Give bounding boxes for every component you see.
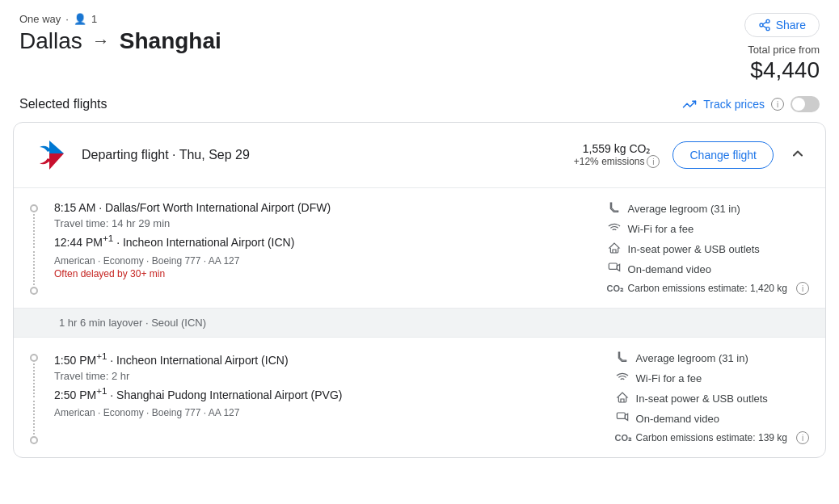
timeline-dot-top xyxy=(30,204,38,212)
travel-time-1: Travel time: 14 hr 29 min xyxy=(54,217,591,229)
depart-time-1: 8:15 AM · Dallas/Fort Worth Internationa… xyxy=(54,201,591,214)
timeline-line-2 xyxy=(33,251,35,285)
amenity-legroom-text-1: Average legroom (31 in) xyxy=(628,203,740,215)
layover-text: 1 hr 6 min layover · Seoul (ICN) xyxy=(59,317,206,329)
segment-2-content: 1:50 PM+1 · Incheon International Airpor… xyxy=(30,351,809,444)
flight-segment-1: 8:15 AM · Dallas/Fort Worth Internationa… xyxy=(14,188,825,308)
carbon-item-1: CO₂ Carbon emissions estimate: 1,420 kg … xyxy=(607,282,809,295)
total-price-value: $4,440 xyxy=(744,57,820,83)
flight-card: Departing flight · Thu, Sep 29 1,559 kg … xyxy=(13,122,826,458)
segment-1-amenities: Average legroom (31 in) Wi-Fi for a fee … xyxy=(607,201,809,295)
amenity-video-text-2: On-demand video xyxy=(636,413,719,425)
route-title: Dallas → Shanghai xyxy=(19,28,221,54)
flight-segment-2: 1:50 PM+1 · Incheon International Airpor… xyxy=(14,338,825,457)
header-left: One way · 👤 1 Dallas → Shanghai xyxy=(19,13,221,54)
amenity-power-2: In-seat power & USB outlets xyxy=(615,391,809,406)
depart-time-2: 1:50 PM+1 · Incheon International Airpor… xyxy=(54,351,599,367)
carbon-info-icon-1[interactable]: i xyxy=(796,282,809,295)
segment-2-amenities: Average legroom (31 in) Wi-Fi for a fee … xyxy=(615,351,809,444)
total-price-label: Total price from xyxy=(744,44,820,56)
video-icon xyxy=(607,262,622,277)
wifi-icon-2 xyxy=(615,371,630,386)
carbon-icon-1: CO₂ xyxy=(607,284,622,294)
chevron-up-icon xyxy=(790,145,806,162)
timeline-dot-bottom xyxy=(30,287,38,295)
amenity-wifi-2: Wi-Fi for a fee xyxy=(615,371,809,386)
video-icon-2 xyxy=(615,411,630,426)
amenity-video-text-1: On-demand video xyxy=(628,263,711,275)
co2-value: 1,559 kg CO₂ xyxy=(574,142,660,155)
svg-line-4 xyxy=(762,22,766,24)
track-prices-icon xyxy=(682,97,697,111)
departing-label: Departing flight · Thu, Sep 29 xyxy=(82,148,561,162)
wifi-icon xyxy=(607,221,622,237)
amenity-video-2: On-demand video xyxy=(615,411,809,426)
header-right: Share Total price from $4,440 xyxy=(744,13,820,83)
timeline-line-4 xyxy=(33,401,35,435)
origin-city: Dallas xyxy=(19,28,82,54)
delay-warning-1: Often delayed by 30+ min xyxy=(54,268,591,279)
amenity-power-text-2: In-seat power & USB outlets xyxy=(636,393,768,405)
carbon-icon-2: CO₂ xyxy=(615,433,630,443)
share-icon xyxy=(758,19,771,32)
amenity-video-1: On-demand video xyxy=(607,262,809,277)
carbon-text-1: Carbon emissions estimate: 1,420 kg xyxy=(628,283,787,294)
airline-info-1: American · Economy · Boeing 777 · AA 127 xyxy=(54,255,591,267)
amenity-power-text-1: In-seat power & USB outlets xyxy=(628,243,760,255)
track-prices-toggle[interactable] xyxy=(791,96,820,112)
svg-marker-5 xyxy=(49,141,64,153)
flight-header-info: Departing flight · Thu, Sep 29 xyxy=(82,148,561,162)
segment-1-details: 8:15 AM · Dallas/Fort Worth Internationa… xyxy=(54,201,591,295)
section-header: Selected flights Track prices i xyxy=(0,90,839,122)
trip-type-label: One way xyxy=(19,13,61,25)
timeline-dot-top-2 xyxy=(30,354,38,362)
travel-time-2: Travel time: 2 hr xyxy=(54,370,599,382)
amenity-wifi-1: Wi-Fi for a fee xyxy=(607,221,809,237)
flight-card-header: Departing flight · Thu, Sep 29 1,559 kg … xyxy=(14,123,825,188)
arrive-time-2: 2:50 PM+1 · Shanghai Pudong Internationa… xyxy=(54,385,599,401)
legroom-icon xyxy=(607,201,622,216)
amenity-wifi-text-2: Wi-Fi for a fee xyxy=(636,372,702,384)
co2-section: 1,559 kg CO₂ +12% emissions i xyxy=(574,142,660,168)
amenity-wifi-text-1: Wi-Fi for a fee xyxy=(628,223,694,235)
amenity-power-1: In-seat power & USB outlets xyxy=(607,242,809,257)
airline-info-2: American · Economy · Boeing 777 · AA 127 xyxy=(54,407,599,418)
trip-meta: One way · 👤 1 xyxy=(19,13,221,25)
amenity-legroom-1: Average legroom (31 in) xyxy=(607,201,809,216)
carbon-text-2: Carbon emissions estimate: 139 kg xyxy=(636,432,787,443)
route-arrow: → xyxy=(92,31,110,52)
layover-bar: 1 hr 6 min layover · Seoul (ICN) xyxy=(14,308,825,338)
arrive-time-1: 12:44 PM+1 · Incheon International Airpo… xyxy=(54,233,591,249)
svg-marker-6 xyxy=(49,153,64,170)
timeline-line-3 xyxy=(33,363,35,397)
co2-sub: +12% emissions i xyxy=(574,155,660,168)
carbon-item-2: CO₂ Carbon emissions estimate: 139 kg i xyxy=(615,431,809,444)
timeline-dot-bottom-2 xyxy=(30,436,38,444)
segment-2-details: 1:50 PM+1 · Incheon International Airpor… xyxy=(54,351,599,444)
timeline-line-1 xyxy=(33,214,35,248)
svg-rect-9 xyxy=(617,413,625,418)
track-prices-label[interactable]: Track prices xyxy=(703,98,765,111)
collapse-button[interactable] xyxy=(786,142,809,169)
timeline-2 xyxy=(30,351,38,444)
amenity-legroom-2: Average legroom (31 in) xyxy=(615,351,809,366)
track-prices-info-icon[interactable]: i xyxy=(771,98,784,111)
dot-separator: · xyxy=(65,13,69,25)
airline-logo xyxy=(30,136,69,174)
segment-1-content: 8:15 AM · Dallas/Fort Worth Internationa… xyxy=(30,201,809,295)
passenger-count: 1 xyxy=(91,13,97,25)
share-button[interactable]: Share xyxy=(744,13,820,37)
svg-line-3 xyxy=(762,26,766,28)
power-icon xyxy=(607,242,622,257)
track-prices-area: Track prices i xyxy=(682,96,820,112)
co2-info-icon[interactable]: i xyxy=(647,155,660,168)
legroom-icon-2 xyxy=(615,351,630,366)
svg-marker-8 xyxy=(617,264,619,271)
change-flight-button[interactable]: Change flight xyxy=(672,141,774,169)
section-title: Selected flights xyxy=(19,97,108,111)
page-header: One way · 👤 1 Dallas → Shanghai Share To… xyxy=(0,0,839,90)
person-icon: 👤 xyxy=(74,13,86,25)
carbon-info-icon-2[interactable]: i xyxy=(796,431,809,444)
svg-marker-10 xyxy=(625,414,627,420)
svg-rect-7 xyxy=(609,263,617,269)
